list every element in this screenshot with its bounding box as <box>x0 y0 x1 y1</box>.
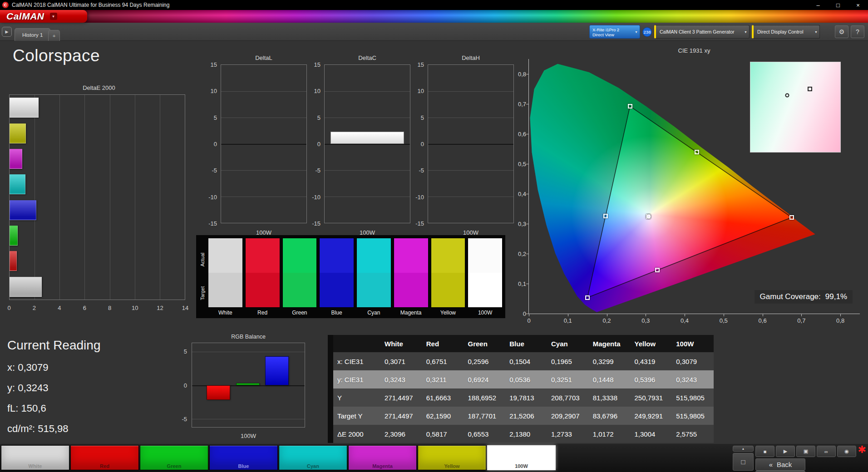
table-cell[interactable]: 0,2596 <box>464 352 506 370</box>
table-cell[interactable]: 2,5755 <box>672 425 714 443</box>
patch-red[interactable]: Red <box>70 445 139 470</box>
table-cell[interactable]: 208,7703 <box>547 388 589 407</box>
patch-cyan[interactable]: Cyan <box>279 445 347 470</box>
table-cell[interactable]: 83,6796 <box>589 407 631 425</box>
pattern-button[interactable]: ▣ <box>796 446 815 457</box>
play-button[interactable]: ▶ <box>776 446 795 457</box>
table-cell[interactable]: 0,3071 <box>380 352 422 370</box>
table-cell[interactable]: 0,6924 <box>464 370 506 388</box>
deltaE-bars <box>10 95 185 300</box>
eject-button[interactable]: ▲ <box>733 446 754 452</box>
table-cell[interactable]: 249,9291 <box>631 407 672 425</box>
table-cell[interactable]: 0,6751 <box>422 352 464 370</box>
table-cell[interactable]: 2,3096 <box>380 425 422 443</box>
meter-name: X-Rite i1Pro 2 <box>592 27 632 32</box>
table-cell[interactable]: 1,0172 <box>589 425 631 443</box>
tab-history-1[interactable]: History 1 <box>15 28 50 41</box>
table-cell[interactable]: 21,5206 <box>505 407 547 425</box>
app-logo-icon: C <box>2 2 9 8</box>
table-cell[interactable]: 19,7813 <box>505 388 547 407</box>
current-reading-x: x: 0,3079 <box>7 357 100 378</box>
pattern-source-selector[interactable]: CalMAN Client 3 Pattern Generator ▼ <box>654 25 750 39</box>
table-cell[interactable]: 62,1590 <box>422 407 464 425</box>
table-cell[interactable]: 209,2907 <box>547 407 589 425</box>
continuous-button[interactable]: ∞ <box>817 446 836 457</box>
table-cell[interactable]: 61,6663 <box>422 388 464 407</box>
maximize-button[interactable]: □ <box>828 0 848 10</box>
delta-gridline <box>428 197 513 197</box>
swatch-blocks <box>468 238 503 308</box>
table-cell[interactable]: 0,0536 <box>505 370 547 388</box>
swatch-column-label: Blue <box>319 308 354 317</box>
deltaC-y-axis: 151050-5-10-15 <box>308 64 322 223</box>
cie-x-tick <box>801 314 802 316</box>
table-cell[interactable]: 187,7701 <box>464 407 506 425</box>
table-cell[interactable]: 0,1965 <box>547 352 589 370</box>
table-row-label[interactable]: Target Y <box>333 407 380 425</box>
table-cell[interactable]: 188,6952 <box>464 388 506 407</box>
patch-blue[interactable]: Blue <box>209 445 278 470</box>
table-row-label[interactable]: Y <box>333 388 380 407</box>
deltaE-x-tick-label: 4 <box>58 305 61 311</box>
add-tab-button[interactable]: + <box>48 30 60 41</box>
table-cell[interactable]: 0,3211 <box>422 370 464 388</box>
gear-icon: ⚙ <box>839 28 845 35</box>
swatch-blocks <box>431 238 466 308</box>
delta-y-tick-label: 15 <box>418 61 424 68</box>
stop-button[interactable]: ■ <box>755 446 774 457</box>
table-cell[interactable]: 515,9805 <box>672 388 714 407</box>
table-cell[interactable]: 0,5396 <box>631 370 672 388</box>
table-header-blank <box>333 335 380 352</box>
patch-white[interactable]: White <box>1 445 69 470</box>
table-cell[interactable]: 250,7931 <box>631 388 672 407</box>
table-cell[interactable]: 0,3243 <box>672 370 714 388</box>
patch-100w[interactable]: 100W <box>487 445 556 470</box>
swatch-strip-columns: WhiteRedGreenBlueCyanMagentaYellow100W <box>208 238 503 317</box>
back-button[interactable]: « Back <box>755 458 805 471</box>
patch-green[interactable]: Green <box>140 445 208 470</box>
table-cell[interactable]: 1,2733 <box>547 425 589 443</box>
deltaE-bar-green <box>10 226 18 246</box>
table-cell[interactable]: 271,4497 <box>380 407 422 425</box>
table-row-label[interactable]: x: CIE31 <box>333 352 380 370</box>
delta-gridline <box>428 91 513 92</box>
table-cell[interactable]: 81,3338 <box>589 388 631 407</box>
patch-label: Green <box>140 463 208 469</box>
close-button[interactable]: × <box>848 0 868 10</box>
table-cell[interactable]: 271,4497 <box>380 388 422 407</box>
table-cell[interactable]: 0,1448 <box>589 370 631 388</box>
table-row-label[interactable]: y: CIE31 <box>333 370 380 388</box>
swatch-column-magenta: Magenta <box>394 238 429 317</box>
table-cell[interactable]: 515,9805 <box>672 407 714 425</box>
settings-button[interactable]: ⚙ <box>835 25 848 38</box>
table-cell[interactable]: 0,6553 <box>464 425 506 443</box>
cie-y-tick <box>526 164 529 164</box>
deltaH-y-axis: 151050-5-10-15 <box>411 64 426 223</box>
cie-y-tick-label: 0,8 <box>510 71 526 78</box>
meter-selector[interactable]: X-Rite i1Pro 2 Direct View ▼ <box>589 25 640 39</box>
table-cell[interactable]: 0,3251 <box>547 370 589 388</box>
preview-button[interactable]: ◉ <box>837 446 856 457</box>
swatch-blocks <box>356 238 391 308</box>
table-cell[interactable]: 1,3004 <box>631 425 672 443</box>
pattern-column: ▲ □ <box>733 446 754 472</box>
patch-magenta[interactable]: Magenta <box>348 445 417 470</box>
rgb-y-tick-label: 0 <box>184 382 187 388</box>
help-button[interactable]: ? <box>851 25 864 38</box>
table-header-red: Red <box>422 335 464 352</box>
display-control-selector[interactable]: Direct Display Control ▼ <box>752 25 820 39</box>
table-cell[interactable]: 2,1380 <box>505 425 547 443</box>
minimize-button[interactable]: – <box>808 0 828 10</box>
table-cell[interactable]: 0,3299 <box>589 352 631 370</box>
patch-yellow[interactable]: Yellow <box>418 445 486 470</box>
table-cell[interactable]: 0,4319 <box>631 352 672 370</box>
table-cell[interactable]: 0,3243 <box>380 370 422 388</box>
table-cell[interactable]: 0,3079 <box>672 352 714 370</box>
table-row-label[interactable]: ΔE 2000 <box>333 425 380 443</box>
table-cell[interactable]: 0,5817 <box>422 425 464 443</box>
calman-menu-button[interactable]: CalMAN ▼ <box>0 10 87 23</box>
table-cell[interactable]: 0,1504 <box>505 352 547 370</box>
target-swatch <box>246 273 280 307</box>
pattern-window-button[interactable]: □ <box>733 453 754 471</box>
history-panel-toggle[interactable]: ▶ <box>2 27 12 37</box>
